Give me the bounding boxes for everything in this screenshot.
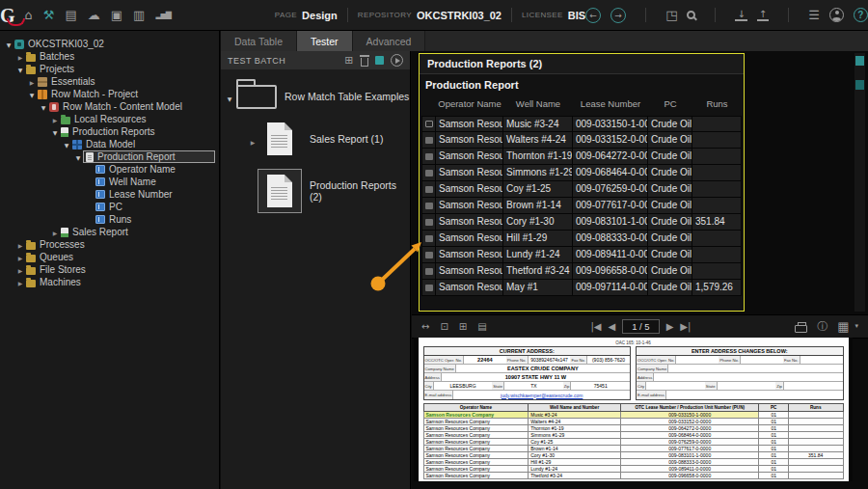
cell-runs[interactable]: [692, 165, 742, 181]
cell-operator[interactable]: Samson Resources Company: [436, 165, 503, 181]
cell-runs[interactable]: [692, 231, 742, 247]
cell-lease[interactable]: 009-077617-0-0000: [573, 198, 648, 214]
tree-item-okcstrki03-02[interactable]: OKCSTRKI03_02: [0, 38, 219, 50]
document-tile-selected[interactable]: [258, 169, 302, 213]
tab-data-table[interactable]: Data Table: [221, 31, 297, 51]
expand-arrow-icon[interactable]: [50, 114, 60, 124]
cell-operator[interactable]: Samson Resources Company: [436, 132, 503, 149]
column-header-pc[interactable]: PC: [648, 93, 692, 116]
stats-icon[interactable]: ▂▅▇: [155, 12, 170, 19]
cell-operator[interactable]: Samson Resources Company: [436, 231, 503, 247]
scroll-button-top[interactable]: [855, 56, 864, 66]
cell-lease[interactable]: 009-097114-0-0000: [573, 280, 648, 296]
tree-item-processes[interactable]: Processes: [0, 238, 219, 251]
cell-well[interactable]: Simmons #1-29: [503, 165, 573, 181]
row-marker[interactable]: [421, 247, 436, 263]
export-icon[interactable]: ↑: [757, 10, 769, 21]
tools-icon[interactable]: ⚒: [43, 9, 55, 21]
cell-lease[interactable]: 009-033150-1-0000: [573, 116, 648, 132]
document-tile[interactable]: [258, 117, 302, 161]
cell-pc[interactable]: Crude Oil: [648, 132, 692, 149]
cell-well[interactable]: Thornton #1-19: [503, 149, 573, 165]
print-icon[interactable]: [795, 325, 807, 333]
cell-pc[interactable]: Crude Oil: [648, 149, 692, 165]
tree-item-well-name[interactable]: Well Name: [0, 176, 219, 188]
home-icon[interactable]: ⌂: [25, 9, 33, 21]
cell-pc[interactable]: Crude Oil: [648, 231, 692, 247]
cell-operator[interactable]: Samson Resources Company: [436, 247, 503, 263]
cell-lease[interactable]: 009-068464-0-0000: [573, 165, 648, 181]
cell-runs[interactable]: [692, 149, 742, 165]
cell-pc[interactable]: Crude Oil: [648, 263, 692, 280]
cell-well[interactable]: Cory #1-30: [503, 214, 573, 231]
cell-operator[interactable]: Samson Resources Company: [436, 198, 503, 214]
cell-lease[interactable]: 009-064272-0-0000: [573, 149, 648, 165]
column-header-runs[interactable]: Runs: [692, 93, 742, 116]
forward-button[interactable]: →: [610, 8, 626, 23]
tree-item-runs[interactable]: Runs: [0, 213, 219, 226]
tree-item-machines[interactable]: Machines: [0, 276, 219, 288]
cell-runs[interactable]: 1,579.26: [692, 280, 742, 296]
expand-arrow-icon[interactable]: [50, 227, 60, 237]
row-marker[interactable]: [421, 165, 436, 181]
cell-pc[interactable]: Crude Oil: [648, 247, 692, 263]
cell-well[interactable]: Walters #4-24: [503, 132, 573, 149]
cell-runs[interactable]: [692, 116, 742, 132]
tree-item-essentials[interactable]: Essentials: [0, 75, 219, 88]
selected-tree-item[interactable]: Production Report: [83, 150, 215, 163]
layout-icon[interactable]: ▦: [837, 320, 849, 333]
cell-lease[interactable]: 009-076259-0-0000: [573, 181, 648, 198]
cell-lease[interactable]: 009-089411-0-0000: [573, 247, 648, 263]
batch-folder-icon[interactable]: [236, 85, 277, 109]
import-icon[interactable]: ↓: [735, 10, 746, 21]
tree-item-row-match-content-model[interactable]: Row Match - Content Model: [0, 100, 219, 113]
collapse-arrow-icon[interactable]: [62, 139, 71, 149]
scroll-thumb[interactable]: [855, 80, 864, 90]
package-icon[interactable]: ▣: [111, 9, 122, 21]
tree-item-data-model[interactable]: Data Model: [0, 138, 219, 150]
collapse-arrow-icon[interactable]: [50, 126, 60, 137]
cloud-upload-icon[interactable]: ☁: [88, 9, 100, 21]
cell-well[interactable]: Music #3-24: [503, 116, 573, 132]
column-header-operator[interactable]: Operator Name: [436, 93, 503, 116]
cell-operator[interactable]: Samson Resources Company: [436, 280, 503, 296]
cell-pc[interactable]: Crude Oil: [648, 116, 692, 132]
info-icon[interactable]: ⓘ: [817, 321, 827, 332]
delete-icon[interactable]: [361, 58, 368, 67]
collapse-arrow-icon[interactable]: [39, 101, 48, 112]
cell-well[interactable]: Lundy #1-24: [503, 247, 573, 263]
batch-folder-row[interactable]: Row Match Table Examples: [225, 83, 410, 109]
cell-runs[interactable]: [692, 181, 742, 198]
cell-well[interactable]: May #1: [503, 280, 573, 296]
cell-runs[interactable]: [692, 247, 742, 263]
tree-item-local-resources[interactable]: Local Resources: [0, 113, 219, 125]
expand-arrow-icon[interactable]: [15, 264, 25, 275]
copy-pages-icon[interactable]: ⊞: [459, 322, 467, 332]
expand-arrow-icon[interactable]: [248, 130, 258, 149]
cell-lease[interactable]: 009-083101-1-0000: [573, 214, 648, 231]
tree-item-queues[interactable]: Queues: [0, 251, 219, 263]
cell-well[interactable]: Coy #1-25: [503, 181, 573, 198]
collapse-arrow-icon[interactable]: [27, 89, 37, 99]
cell-operator[interactable]: Samson Resources Company: [436, 116, 503, 132]
cell-lease[interactable]: 009-033152-0-0000: [573, 132, 648, 149]
reader-view-icon[interactable]: ▤: [477, 322, 486, 332]
column-header-well[interactable]: Well Name: [503, 93, 573, 116]
cell-lease[interactable]: 009-088333-0-0000: [573, 231, 648, 247]
tree-item-row-match-project[interactable]: Row Match - Project: [0, 88, 219, 100]
play-icon[interactable]: [391, 54, 403, 67]
page-indicator[interactable]: 1 / 5: [622, 319, 660, 334]
cell-runs[interactable]: [692, 263, 742, 280]
cell-pc[interactable]: Crude Oil: [648, 198, 692, 214]
column-header-lease[interactable]: Lease Number: [573, 93, 648, 116]
row-marker[interactable]: [421, 116, 436, 132]
cell-pc[interactable]: Crude Oil: [648, 165, 692, 181]
tree-item-production-reports[interactable]: Production Reports: [0, 125, 219, 138]
row-marker[interactable]: [421, 181, 436, 198]
previous-page-icon[interactable]: ◀: [608, 322, 615, 332]
expand-arrow-icon[interactable]: [15, 252, 25, 262]
create-batch-icon[interactable]: ⊞: [344, 55, 354, 66]
help-icon[interactable]: ?: [854, 8, 868, 22]
cell-operator[interactable]: Samson Resources Company: [436, 181, 503, 198]
stop-icon[interactable]: [375, 56, 384, 65]
